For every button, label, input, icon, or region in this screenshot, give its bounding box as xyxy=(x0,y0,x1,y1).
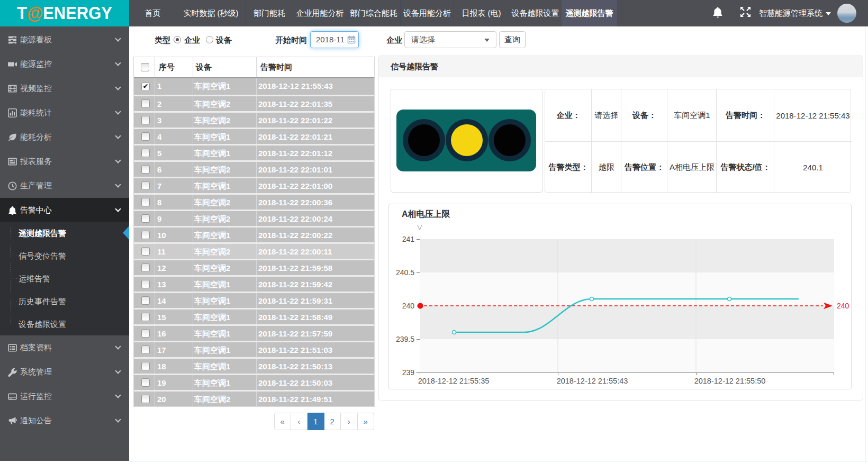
svg-text:V: V xyxy=(417,223,422,232)
svg-text:240.5: 240.5 xyxy=(396,268,414,277)
svg-text:240: 240 xyxy=(837,302,849,310)
svg-text:239: 239 xyxy=(402,368,415,377)
svg-text:241: 241 xyxy=(402,235,415,243)
svg-text:2018-12-12 21:55:50: 2018-12-12 21:55:50 xyxy=(694,377,766,385)
svg-text:2018-12-12 21:55:35: 2018-12-12 21:55:35 xyxy=(418,377,490,385)
svg-text:239.5: 239.5 xyxy=(396,335,414,343)
svg-text:2018-12-12 21:55:43: 2018-12-12 21:55:43 xyxy=(557,377,628,385)
svg-text:240: 240 xyxy=(402,302,415,310)
